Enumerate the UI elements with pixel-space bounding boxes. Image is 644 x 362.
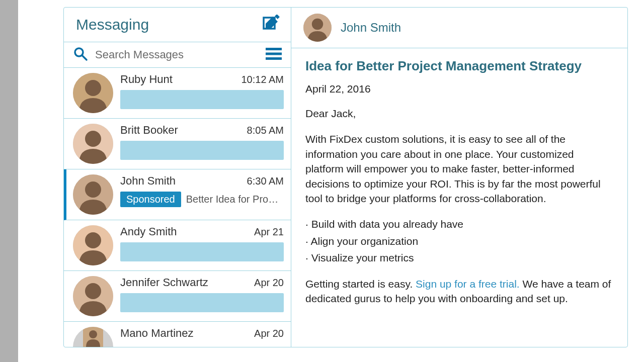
avatar[interactable] xyxy=(73,327,113,347)
message-item-top: Ruby Hunt10:12 AM xyxy=(120,73,284,86)
signup-link[interactable]: Sign up for a free trial. xyxy=(416,278,520,290)
message-sender-name: Ruby Hunt xyxy=(120,73,173,86)
message-sender-name: Britt Booker xyxy=(120,124,178,137)
body-paragraph: With FixDex custom solutions, it is easy… xyxy=(305,132,613,206)
message-item-body: Mano MartinezApr 20 xyxy=(120,327,284,344)
detail-date: April 22, 2016 xyxy=(305,83,613,95)
svg-point-9 xyxy=(85,80,101,96)
svg-point-15 xyxy=(85,232,101,248)
message-item-body: Britt Booker8:05 AM xyxy=(120,124,284,160)
closing-pre: Getting started is easy. xyxy=(305,278,416,290)
svg-line-4 xyxy=(82,55,87,60)
message-item[interactable]: Andy SmithApr 21 xyxy=(64,220,291,271)
message-time: 10:12 AM xyxy=(241,74,284,85)
message-item-top: Jennifer SchwartzApr 20 xyxy=(120,276,284,289)
compose-icon[interactable] xyxy=(262,15,280,35)
menu-icon[interactable] xyxy=(266,47,282,62)
preview-text: Better Idea for Pro… xyxy=(186,194,278,205)
message-sender-name: Andy Smith xyxy=(120,225,177,238)
avatar[interactable] xyxy=(73,276,113,316)
preview-placeholder xyxy=(120,90,284,109)
search-input[interactable] xyxy=(95,48,259,61)
svg-point-17 xyxy=(85,283,101,299)
detail-header: John Smith xyxy=(291,8,627,48)
bullet-item: · Build with data you already have xyxy=(305,217,613,231)
message-item[interactable]: John Smith6:30 AMSponsoredBetter Idea fo… xyxy=(64,169,291,220)
message-detail-pane: John Smith Idea for Better Project Manag… xyxy=(291,8,627,347)
message-list: Ruby Hunt10:12 AMBritt Booker8:05 AMJohn… xyxy=(64,68,291,347)
messaging-header: Messaging xyxy=(64,8,291,42)
bullet-item: · Align your organization xyxy=(305,234,613,248)
message-item[interactable]: Mano MartinezApr 20 xyxy=(64,322,291,347)
message-sender-name: Jennifer Schwartz xyxy=(120,276,208,289)
avatar[interactable] xyxy=(303,14,332,42)
message-item-body: Ruby Hunt10:12 AM xyxy=(120,73,284,109)
svg-point-11 xyxy=(85,131,101,147)
message-item-top: Britt Booker8:05 AM xyxy=(120,124,284,137)
message-time: Apr 20 xyxy=(254,277,284,289)
message-item[interactable]: Ruby Hunt10:12 AM xyxy=(64,68,291,119)
message-time: Apr 21 xyxy=(254,226,284,238)
avatar[interactable] xyxy=(73,124,113,164)
bullet-item: · Visualize your metrics xyxy=(305,250,613,265)
svg-rect-5 xyxy=(266,48,282,50)
sponsored-badge: Sponsored xyxy=(120,192,181,207)
message-item-top: John Smith6:30 AM xyxy=(120,174,284,188)
svg-rect-7 xyxy=(266,57,282,60)
message-time: 6:30 AM xyxy=(247,175,284,187)
preview-placeholder xyxy=(120,141,284,160)
avatar[interactable] xyxy=(73,225,113,265)
message-time: 8:05 AM xyxy=(247,125,284,136)
message-item-top: Mano MartinezApr 20 xyxy=(120,327,284,340)
svg-rect-6 xyxy=(266,53,282,55)
message-item[interactable]: Britt Booker8:05 AM xyxy=(64,119,291,169)
svg-point-19 xyxy=(89,330,97,338)
message-sender-name: John Smith xyxy=(120,174,176,188)
detail-text: Dear Jack, With FixDex custom solutions,… xyxy=(305,106,613,306)
search-icon[interactable] xyxy=(73,46,88,63)
detail-sender-name: John Smith xyxy=(341,21,401,35)
preview-placeholder xyxy=(120,242,284,261)
svg-point-13 xyxy=(85,182,101,198)
preview-placeholder xyxy=(120,293,284,312)
message-item-top: Andy SmithApr 21 xyxy=(120,225,284,238)
message-item-body: Jennifer SchwartzApr 20 xyxy=(120,276,284,312)
message-sender-name: Mano Martinez xyxy=(120,327,194,340)
message-list-pane: Messaging Ruby Hunt10:12 AMBritt Booker8… xyxy=(64,8,291,347)
svg-point-21 xyxy=(312,19,323,30)
search-row xyxy=(64,42,291,68)
messaging-panel: Messaging Ruby Hunt10:12 AMBritt Booker8… xyxy=(63,7,628,347)
closing-paragraph: Getting started is easy. Sign up for a f… xyxy=(305,277,613,306)
message-item-body: Andy SmithApr 21 xyxy=(120,225,284,261)
preview-row: SponsoredBetter Idea for Pro… xyxy=(120,192,284,207)
message-time: Apr 20 xyxy=(254,328,284,339)
detail-body: Idea for Better Project Management Strat… xyxy=(291,48,627,327)
greeting: Dear Jack, xyxy=(305,106,613,121)
message-item-body: John Smith6:30 AMSponsoredBetter Idea fo… xyxy=(120,174,284,207)
avatar[interactable] xyxy=(73,174,113,215)
message-item[interactable]: Jennifer SchwartzApr 20 xyxy=(64,271,291,322)
detail-subject: Idea for Better Project Management Strat… xyxy=(305,58,613,74)
messaging-title: Messaging xyxy=(76,16,149,33)
avatar[interactable] xyxy=(73,73,113,113)
